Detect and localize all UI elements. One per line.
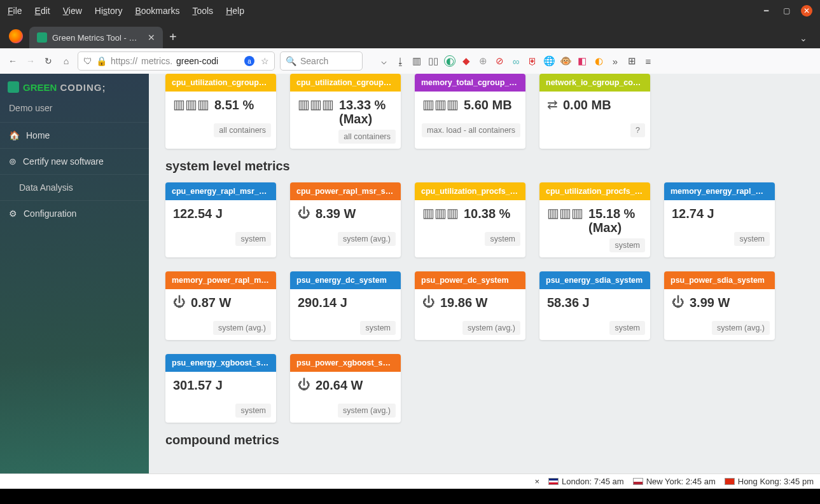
metric-card-footer: ? xyxy=(539,119,650,142)
status-bar: × London: 7:45 am New York: 2:45 am Hong… xyxy=(0,473,820,489)
extension-6-icon[interactable]: ⛨ xyxy=(527,55,538,67)
menu-edit[interactable]: Edit xyxy=(35,6,50,16)
tabs-dropdown-icon[interactable]: ⌄ xyxy=(800,33,807,43)
menu-help[interactable]: Help xyxy=(226,6,244,16)
metric-card-body: ⇄0.00 MB xyxy=(539,92,650,119)
extension-9-icon[interactable]: ◧ xyxy=(576,55,588,67)
container-metrics-grid: cpu_utilization_cgroup_co...▥▥▥8.51 %all… xyxy=(165,74,803,149)
metric-card[interactable]: cpu_utilization_procfs_sys...▥▥▥10.38 %s… xyxy=(415,182,525,257)
metric-card[interactable]: cpu_power_rapl_msr_syst...⏻8.39 Wsystem … xyxy=(290,182,401,257)
extension-8-icon[interactable]: 🐵 xyxy=(560,55,571,67)
power-icon: ⏻ xyxy=(298,378,310,391)
extension-2-icon[interactable]: ◆ xyxy=(461,55,472,67)
bookmark-star-icon[interactable]: ☆ xyxy=(261,56,269,66)
tab-favicon xyxy=(37,32,47,43)
status-newyork-text: New York: 2:45 am xyxy=(646,477,716,486)
menu-bookmarks[interactable]: Bookmarks xyxy=(135,6,179,16)
metric-card[interactable]: cpu_utilization_cgroup_co...▥▥▥8.51 %all… xyxy=(165,74,276,149)
extension-3-icon[interactable]: ⊕ xyxy=(477,55,489,67)
cogs-icon: ⚙ xyxy=(9,208,17,219)
metric-card-title: cpu_utilization_procfs_sys... xyxy=(539,182,650,200)
search-bar[interactable]: 🔍 Search xyxy=(280,51,363,71)
status-city-hongkong: Hong Kong: 3:45 pm xyxy=(725,477,814,486)
metric-value: 3.99 W xyxy=(690,296,730,310)
metric-card-footer: system (avg.) xyxy=(290,228,401,251)
target-icon: ⊚ xyxy=(9,156,17,167)
extension-7-icon[interactable]: 🌐 xyxy=(543,55,555,67)
extension-badge-icon[interactable]: a xyxy=(244,56,254,66)
brand-logo[interactable]: GREEN CODING; xyxy=(0,74,149,98)
metric-card-title: psu_energy_dc_system xyxy=(290,271,401,289)
more-extensions-icon[interactable]: » xyxy=(609,55,621,67)
sidebar-item-configuration[interactable]: ⚙Configuration xyxy=(0,200,149,226)
window-close-button[interactable]: ✕ xyxy=(801,5,812,17)
sidebar-item-certify-new-software[interactable]: ⊚Certify new software xyxy=(0,148,149,174)
new-tab-button[interactable]: + xyxy=(169,30,177,44)
downloads-icon[interactable]: ⭳ xyxy=(394,55,406,67)
metric-card[interactable]: psu_power_dc_system⏻19.86 Wsystem (avg.) xyxy=(415,271,525,340)
metric-card-title: psu_power_xgboost_system xyxy=(290,354,401,372)
home-button[interactable]: ⌂ xyxy=(60,56,73,66)
metric-card-body: ⏻19.86 W xyxy=(415,289,525,317)
window-maximize-button[interactable]: ▢ xyxy=(781,5,792,17)
metric-card[interactable]: psu_energy_sdia_system58.36 Jsystem xyxy=(539,271,650,340)
metric-footer-label: max. load - all containers xyxy=(422,123,520,137)
metric-card[interactable]: psu_power_sdia_system⏻3.99 Wsystem (avg.… xyxy=(664,271,775,340)
metric-footer-label: system xyxy=(609,321,645,335)
metric-card-body: ▥▥▥10.38 % xyxy=(415,200,525,228)
metric-card-footer: system xyxy=(165,228,276,251)
metric-card[interactable]: psu_power_xgboost_system⏻20.64 Wsystem (… xyxy=(290,354,401,423)
extension-5-icon[interactable]: ∞ xyxy=(510,55,522,67)
extension-1-icon[interactable]: ◐ xyxy=(444,55,455,67)
tab-close-icon[interactable]: ✕ xyxy=(148,32,155,43)
menu-tools[interactable]: Tools xyxy=(192,6,213,16)
help-icon[interactable]: ? xyxy=(630,123,645,137)
metric-value: 19.86 W xyxy=(440,296,487,310)
metric-card[interactable]: psu_energy_dc_system290.14 Jsystem xyxy=(290,271,401,340)
metric-card-body: 58.36 J xyxy=(539,289,650,317)
hk-flag-icon xyxy=(725,478,735,485)
extensions-puzzle-icon[interactable]: ⊞ xyxy=(626,55,637,67)
browser-toolbar: ← → ↻ ⌂ 🛡 🔒 https://metrics.green-codi a… xyxy=(0,48,820,74)
metric-card-footer: system xyxy=(290,317,401,340)
pocket-icon[interactable]: ⌵ xyxy=(378,55,389,67)
sidebar-item-data-analysis[interactable]: Data Analysis xyxy=(0,174,149,200)
app-menu-icon[interactable]: ≡ xyxy=(643,55,654,67)
extension-10-icon[interactable]: ◐ xyxy=(593,55,604,67)
metric-card-body: ⏻20.64 W xyxy=(290,372,401,400)
window-minimize-button[interactable]: ━ xyxy=(760,5,772,17)
back-button[interactable]: ← xyxy=(6,56,19,66)
metric-card-body: ⏻0.87 W xyxy=(165,289,276,317)
metric-card-body: ▥▥▥8.51 % xyxy=(165,92,276,119)
library-icon[interactable]: ▥ xyxy=(411,55,422,67)
metric-value: 8.39 W xyxy=(316,207,356,221)
metric-footer-label: system xyxy=(360,321,396,335)
metric-card[interactable]: memory_energy_rapl_msr...12.74 Jsystem xyxy=(664,182,775,257)
extension-4-icon[interactable]: ⊘ xyxy=(494,55,505,67)
menu-view[interactable]: View xyxy=(63,6,82,16)
menu-file[interactable]: File xyxy=(8,6,22,16)
menu-history[interactable]: History xyxy=(95,6,123,16)
metric-card[interactable]: memory_power_rapl_msr_...⏻0.87 Wsystem (… xyxy=(165,271,276,340)
metric-card[interactable]: cpu_energy_rapl_msr_syst...122.54 Jsyste… xyxy=(165,182,276,257)
metric-card-body: 301.57 J xyxy=(165,372,276,400)
power-icon: ⏻ xyxy=(173,296,186,308)
metric-card-footer: system xyxy=(165,400,276,423)
metric-value: 15.18 % (Max) xyxy=(588,207,643,235)
reload-button[interactable]: ↻ xyxy=(42,56,55,66)
search-placeholder: Search xyxy=(300,56,328,66)
metric-footer-label: system (avg.) xyxy=(338,232,396,246)
metric-card[interactable]: cpu_utilization_cgroup_co...▥▥▥13.33 % (… xyxy=(290,74,401,149)
metric-footer-label: system xyxy=(235,404,271,418)
readerview-icon[interactable]: ▯▯ xyxy=(427,55,439,67)
status-close-x[interactable]: × xyxy=(534,477,539,486)
url-bar[interactable]: 🛡 🔒 https://metrics.green-codi a ☆ xyxy=(78,51,275,71)
metric-footer-label: system xyxy=(609,238,645,252)
uk-flag-icon xyxy=(548,478,559,485)
sidebar-item-home[interactable]: 🏠Home xyxy=(0,122,149,148)
metric-card[interactable]: psu_energy_xgboost_syst...301.57 Jsystem xyxy=(165,354,276,423)
metric-card[interactable]: memory_total_cgroup_co...▥▥▥5.60 MBmax. … xyxy=(415,74,525,149)
browser-tab[interactable]: Green Metrics Tool - Expe ✕ xyxy=(29,27,163,48)
metric-card[interactable]: cpu_utilization_procfs_sys...▥▥▥15.18 % … xyxy=(539,182,650,257)
metric-card[interactable]: network_io_cgroup_conta...⇄0.00 MB? xyxy=(539,74,650,149)
